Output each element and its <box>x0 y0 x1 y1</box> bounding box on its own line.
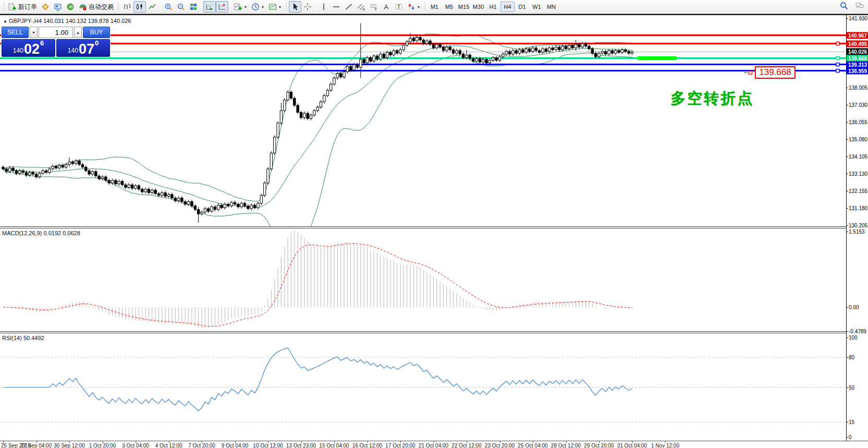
chart-shift-button[interactable] <box>216 1 228 13</box>
text-label-tool-button[interactable]: T <box>393 1 405 13</box>
signals-button[interactable] <box>64 1 77 13</box>
turning-point-annotation[interactable]: 多空转折点 <box>670 88 754 109</box>
auto-scroll-button[interactable] <box>203 1 216 13</box>
volume-down-button[interactable]: ▼ <box>30 27 38 38</box>
price-tag-label[interactable]: 139.668 <box>755 66 796 79</box>
collapse-marker-icon[interactable]: ▲ <box>3 19 7 23</box>
timeframe-h1[interactable]: H1 <box>486 2 500 12</box>
line-handle[interactable] <box>836 69 839 72</box>
candle-body <box>25 173 27 175</box>
candle-body <box>393 51 395 55</box>
text-icon: A <box>382 3 390 11</box>
candle-body <box>221 205 223 208</box>
timeframe-m30[interactable]: M30 <box>471 2 485 12</box>
rsi-tick-50: 50 <box>849 385 854 391</box>
horizontal-line-tool-button[interactable] <box>330 1 343 13</box>
candle-body <box>181 198 183 202</box>
time-label: 21 Oct 04:00 <box>419 443 448 448</box>
candle-body <box>125 185 127 187</box>
candle-body <box>488 60 491 63</box>
equidistant-channel-tool-button[interactable]: E <box>355 1 368 13</box>
candle-body <box>360 59 362 67</box>
text-tool-button[interactable]: A <box>380 1 393 13</box>
symbol-period-label: GBPJPY-,H4 <box>9 18 42 24</box>
vertical-line-tool-button[interactable] <box>317 1 330 13</box>
time-label: 27 Sep 04:00 <box>21 443 52 448</box>
line-handle[interactable] <box>836 63 839 66</box>
crosshair-tool-button[interactable] <box>301 1 314 13</box>
templates-button[interactable]: ▾ <box>266 1 284 13</box>
buy-button[interactable]: BUY <box>83 27 110 38</box>
fibonacci-tool-button[interactable]: F <box>368 1 380 13</box>
candle-body <box>274 137 276 153</box>
market-watch-button[interactable] <box>39 1 52 13</box>
candle-body <box>532 48 534 52</box>
periods-button[interactable]: ▾ <box>249 1 266 13</box>
toolbar-separator <box>201 2 202 12</box>
candle-body <box>303 113 305 117</box>
chart-window[interactable]: 25 Sep 201927 Sep 04:0030 Sep 12:001 Oct… <box>0 14 868 448</box>
arrows-dropdown-arrow[interactable]: ▾ <box>417 5 420 9</box>
candle-body <box>588 46 590 49</box>
price-axis[interactable]: 141.930138.005137.030136.055135.080134.1… <box>846 15 868 441</box>
macd-pane[interactable] <box>0 228 846 331</box>
candle-body <box>164 193 166 197</box>
candle-body <box>611 51 613 53</box>
candle-body <box>237 204 239 207</box>
timeframe-d1[interactable]: D1 <box>515 2 529 12</box>
price-tick-137.03: 137.030 <box>849 102 867 108</box>
search-icon[interactable] <box>840 2 848 10</box>
cursor-tool-button[interactable] <box>289 1 301 13</box>
price-tag-anchor[interactable] <box>749 71 752 75</box>
volume-up-button[interactable]: ▲ <box>74 27 82 38</box>
chat-icon[interactable] <box>855 2 864 10</box>
new-order-button[interactable]: 新订单 <box>6 1 39 13</box>
time-axis[interactable]: 25 Sep 201927 Sep 04:0030 Sep 12:001 Oct… <box>0 441 868 448</box>
timeframe-mn[interactable]: MN <box>544 2 558 12</box>
trendline-tool-button[interactable] <box>343 1 355 13</box>
volume-input[interactable] <box>39 27 73 38</box>
candle-body <box>422 40 424 44</box>
templates-dropdown-arrow[interactable]: ▾ <box>278 5 282 9</box>
zoom-in-button[interactable] <box>162 1 175 13</box>
line-handle[interactable] <box>836 57 839 60</box>
indicators-dropdown-arrow[interactable]: ▾ <box>244 5 247 9</box>
timeframe-m5[interactable]: M5 <box>442 2 456 12</box>
line-chart-button[interactable] <box>146 1 158 13</box>
sell-price-pip: 6 <box>40 40 44 47</box>
indicators-button[interactable]: ▾ <box>232 1 249 13</box>
rsi-pane[interactable] <box>0 333 846 441</box>
timeframe-h4[interactable]: H4 <box>500 2 515 12</box>
candle-body <box>386 52 388 57</box>
candle-body <box>545 49 547 52</box>
periods-dropdown-arrow[interactable]: ▾ <box>261 5 264 9</box>
candle-body <box>290 92 292 99</box>
candle-body <box>353 65 355 70</box>
candle-body <box>452 50 454 53</box>
candle-body <box>224 204 226 208</box>
candle-body <box>98 176 100 178</box>
zoom-out-button[interactable] <box>175 1 187 13</box>
sell-button[interactable]: SELL <box>2 27 29 38</box>
candle-body <box>485 59 487 63</box>
zoom-out-icon <box>177 3 185 11</box>
timeframe-m1[interactable]: M1 <box>427 2 442 12</box>
tile-windows-button[interactable] <box>187 1 200 13</box>
candle-body <box>68 162 70 164</box>
candlestick-chart-button[interactable] <box>133 1 146 13</box>
price-pane[interactable] <box>0 15 846 226</box>
timeframe-m15[interactable]: M15 <box>457 2 471 12</box>
data-window-button[interactable] <box>52 1 64 13</box>
buy-price[interactable]: 140 07 0 <box>56 39 110 57</box>
line-handle[interactable] <box>836 42 839 45</box>
sell-price[interactable]: 140 02 6 <box>2 39 55 57</box>
price-tick-132.155: 132.155 <box>849 188 867 194</box>
arrows-tool-button[interactable]: ▾ <box>405 1 422 13</box>
bar-chart-button[interactable] <box>121 1 133 13</box>
bollinger-lower-line[interactable] <box>3 53 632 226</box>
timeframe-w1[interactable]: W1 <box>530 2 544 12</box>
price-tick-138.005: 138.005 <box>849 85 867 91</box>
candle-body <box>479 58 481 62</box>
autotrading-button[interactable]: 自动交易 <box>77 1 116 13</box>
candle-body <box>257 203 259 208</box>
